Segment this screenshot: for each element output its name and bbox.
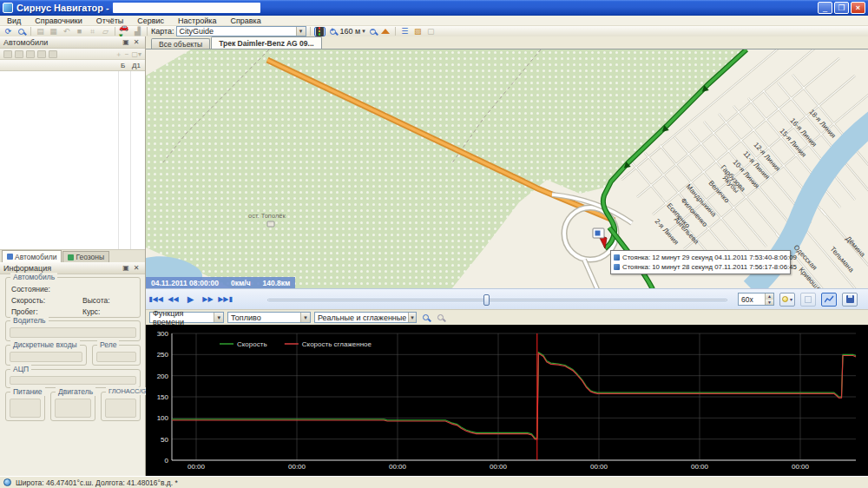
close-icon[interactable]: ✕ (131, 264, 141, 272)
toolbar-separator (310, 27, 311, 36)
add-icon[interactable]: ＋ (115, 49, 122, 59)
grid-icon[interactable]: ▦ (48, 27, 59, 36)
skip-end-button[interactable]: ▶▶▮ (218, 293, 233, 307)
map-select-label: Карта: (151, 27, 174, 36)
close-button[interactable]: × (851, 2, 865, 14)
spinner-arrows[interactable]: ▲▼ (765, 293, 773, 305)
rewind-button[interactable]: ◀◀ (166, 293, 181, 307)
sensor-combo-value: Топливо (231, 313, 261, 322)
remove-icon[interactable]: − (125, 50, 129, 58)
timeline-slider[interactable] (267, 293, 727, 307)
vehicles-panel-header: Автомобили ▣ ✕ (0, 36, 145, 49)
svg-text:200: 200 (157, 373, 169, 380)
slider-groove (267, 299, 727, 301)
stop-icon[interactable]: ■ (74, 27, 85, 36)
restore-button[interactable]: ❐ (834, 2, 849, 14)
undo-icon[interactable]: ↶ (61, 27, 72, 36)
refresh-icon[interactable]: ⟳ (3, 27, 14, 36)
vehicles-list[interactable] (0, 71, 145, 249)
info-panel-title: Информация (3, 264, 51, 273)
tab-all-objects[interactable]: Все объекты (151, 38, 210, 49)
stops-highlight-button[interactable]: ▾ (779, 293, 795, 307)
menu-spravka[interactable]: Справка (223, 16, 267, 25)
pin-icon[interactable]: ▣ (121, 38, 131, 46)
group-power-label: Питание (10, 387, 45, 396)
menu-vid[interactable]: Вид (0, 16, 28, 25)
app-icon (3, 3, 13, 13)
tab-track[interactable]: Трек Daimler-Benz AG 09... (211, 36, 321, 49)
pin-icon[interactable]: ▣ (121, 264, 131, 272)
list-icon[interactable]: ☰ (399, 27, 411, 36)
window-dropdown-icon[interactable]: ▢▾ (131, 50, 141, 58)
column-b[interactable]: Б (121, 62, 125, 69)
chevron-down-icon[interactable]: ▾ (296, 27, 306, 36)
chevron-down-icon: ▾ (790, 296, 792, 302)
save-button[interactable] (842, 293, 858, 307)
report-icon[interactable]: ▤ (35, 27, 46, 36)
tab-track-label: Трек Daimler-Benz AG 09... (219, 39, 313, 48)
web-icon[interactable] (49, 50, 57, 58)
speed-chart[interactable]: 05010015020025030000:0000:0000:0000:0000… (146, 325, 868, 476)
chart-icon[interactable]: ▟ (132, 27, 143, 36)
menu-servis[interactable]: Сервис (130, 16, 171, 25)
globe-icon (3, 478, 11, 486)
toolbar-separator (30, 27, 31, 36)
line-chart-icon (825, 295, 834, 303)
minimize-button[interactable]: _ (818, 2, 832, 14)
vehicle-dropdown-icon[interactable]: 🚗▾ (119, 27, 130, 36)
skip-start-button[interactable]: ▮◀◀ (148, 293, 163, 307)
fast-forward-button[interactable]: ▶▶ (201, 293, 215, 307)
tab-geozones[interactable]: Геозоны (62, 251, 109, 262)
tooltip-row: Стоянка: 10 минут 28 секунд 07.11.2011 7… (614, 262, 787, 272)
vehicles-panel-title: Автомобили (3, 38, 48, 47)
extra-button[interactable] (800, 293, 816, 307)
traffic-light-toggle[interactable] (314, 27, 326, 36)
edit-icon[interactable]: ▨ (412, 27, 424, 36)
measure-icon[interactable]: ⌗ (87, 27, 98, 36)
map-select[interactable]: CityGuide ▾ (176, 26, 306, 36)
scale-dropdown[interactable]: 160 м ▾ (340, 27, 365, 36)
search-icon[interactable] (16, 27, 27, 36)
zoom-in-icon[interactable]: + (327, 27, 339, 36)
mode-combo-value: Реальные и сглаженные значен (318, 313, 408, 322)
home-icon[interactable] (380, 27, 391, 36)
traffic-light-icon (316, 27, 324, 36)
chart-zoom-in-icon[interactable] (420, 313, 431, 322)
chevron-down-icon: ▾ (362, 28, 365, 35)
svg-text:50: 50 (161, 436, 168, 444)
globe-icon[interactable] (26, 50, 35, 58)
function-combo[interactable]: Функция времени ▾ (149, 312, 224, 323)
playback-speed-spinner[interactable]: 60x ▲▼ (738, 293, 774, 306)
coordinates-text: Широта: 46.47401°с.ш. Долгота: 41.48016°… (16, 478, 178, 487)
map-view[interactable]: 18-я Линия 16-я Линия 15-я Линия 12-я Ли… (146, 49, 868, 288)
playback-time-overlay: 04.11.2011 08:00:00 0км/ч 140.8км (146, 277, 295, 288)
svg-text:150: 150 (157, 393, 169, 401)
group-relay-label: Реле (97, 340, 119, 349)
driver-value-box (10, 327, 136, 338)
table-icon[interactable] (37, 50, 46, 58)
chart-toggle-button[interactable] (821, 293, 837, 307)
monitor-icon[interactable] (15, 50, 23, 58)
sensor-combo[interactable]: Топливо ▾ (227, 312, 311, 323)
play-button[interactable]: ▶ (183, 293, 198, 307)
tab-vehicles[interactable]: Автомобили (2, 250, 62, 262)
zoom-out-icon[interactable]: − (367, 27, 378, 36)
geozone-icon (68, 254, 74, 260)
slider-thumb[interactable] (483, 294, 490, 306)
svg-text:00:00: 00:00 (187, 463, 206, 471)
close-icon[interactable]: ✕ (131, 38, 141, 46)
mode-combo[interactable]: Реальные и сглаженные значен ▾ (314, 312, 417, 323)
area-icon[interactable]: ▱ (100, 27, 111, 36)
column-d1[interactable]: Д1 (132, 62, 141, 69)
list-icon (7, 254, 13, 260)
svg-text:Скорость: Скорость (237, 340, 267, 348)
menu-nastroyka[interactable]: Настройка (171, 16, 223, 25)
svg-text:00:00: 00:00 (691, 463, 709, 471)
field-speed-label: Скорость: (11, 296, 45, 305)
chart-zoom-out-icon[interactable] (435, 313, 446, 322)
svg-text:00:00: 00:00 (792, 463, 810, 471)
chart-canvas: 05010015020025030000:0000:0000:0000:0000… (146, 325, 868, 476)
group-adc: АЦП (5, 369, 141, 388)
vehicle-search-icon[interactable] (3, 50, 12, 58)
menu-spravochniki[interactable]: Справочники (28, 16, 89, 25)
